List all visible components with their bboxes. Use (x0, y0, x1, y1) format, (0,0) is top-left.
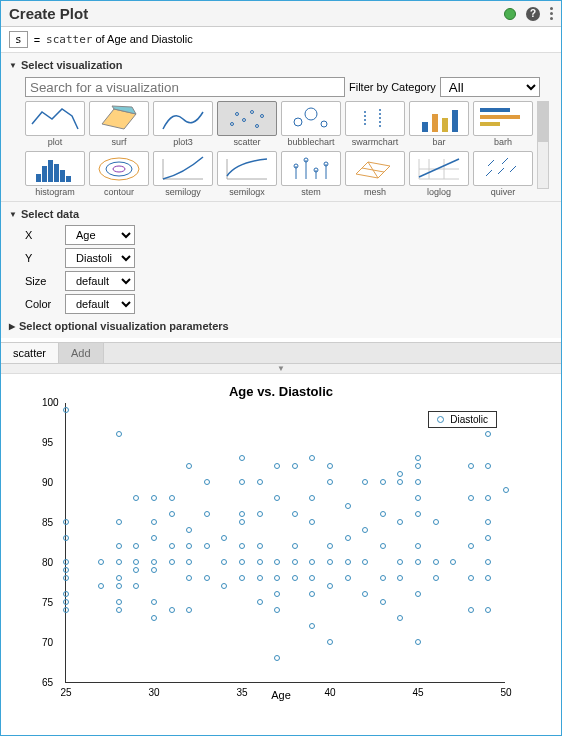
data-point (362, 527, 368, 533)
data-label-y: Y (25, 252, 57, 264)
data-point (63, 591, 69, 597)
select-visualization-header[interactable]: ▼ Select visualization (9, 57, 553, 73)
svg-line-55 (510, 166, 516, 172)
menu-icon[interactable] (550, 7, 553, 20)
data-point (274, 495, 280, 501)
data-point (63, 535, 69, 541)
data-point (169, 559, 175, 565)
data-point (274, 575, 280, 581)
viz-swarmchart[interactable]: swarmchart (345, 101, 405, 147)
viz-mesh[interactable]: mesh (345, 151, 405, 197)
svg-point-3 (236, 112, 239, 115)
svg-point-18 (379, 121, 381, 123)
data-point (274, 655, 280, 661)
data-point (468, 607, 474, 613)
data-point (450, 559, 456, 565)
data-point (362, 479, 368, 485)
viz-semilogy[interactable]: semilogy (153, 151, 213, 197)
data-point (309, 575, 315, 581)
y-tick: 85 (42, 517, 53, 528)
data-point (292, 463, 298, 469)
data-point (151, 495, 157, 501)
help-icon[interactable]: ? (526, 7, 540, 21)
collapse-handle[interactable]: ▼ (1, 364, 561, 374)
viz-barh[interactable]: barh (473, 101, 533, 147)
svg-point-8 (294, 118, 302, 126)
data-point (345, 503, 351, 509)
viz-surf[interactable]: surf (89, 101, 149, 147)
data-point (63, 575, 69, 581)
data-point (239, 543, 245, 549)
data-point (415, 543, 421, 549)
data-point (415, 559, 421, 565)
data-point (116, 543, 122, 549)
data-point (151, 567, 157, 573)
svg-point-16 (379, 113, 381, 115)
data-point (380, 575, 386, 581)
data-point (221, 559, 227, 565)
data-point (133, 543, 139, 549)
data-point (274, 559, 280, 565)
data-point (186, 527, 192, 533)
svg-rect-21 (432, 114, 438, 132)
viz-quiver[interactable]: quiver (473, 151, 533, 197)
data-point (98, 583, 104, 589)
svg-point-2 (231, 122, 234, 125)
data-point (204, 511, 210, 517)
data-point (116, 519, 122, 525)
y-tick: 70 (42, 637, 53, 648)
data-label-x: X (25, 229, 57, 241)
viz-histogram[interactable]: histogram (25, 151, 85, 197)
gallery-scrollbar[interactable] (537, 101, 549, 189)
output-variable[interactable]: s (9, 31, 28, 48)
data-point (485, 535, 491, 541)
viz-contour[interactable]: contour (89, 151, 149, 197)
data-label-color: Color (25, 298, 57, 310)
data-point (239, 519, 245, 525)
viz-semilogx[interactable]: semilogx (217, 151, 277, 197)
data-point (133, 559, 139, 565)
viz-bar[interactable]: bar (409, 101, 469, 147)
data-point (327, 543, 333, 549)
data-point (257, 511, 263, 517)
svg-line-56 (488, 160, 494, 166)
data-point (415, 639, 421, 645)
x-tick: 30 (148, 687, 159, 698)
viz-loglog[interactable]: loglog (409, 151, 469, 197)
viz-bubblechart[interactable]: bubblechart (281, 101, 341, 147)
filter-label: Filter by Category (349, 81, 436, 93)
svg-line-53 (486, 170, 492, 176)
select-data-header[interactable]: ▼ Select data (9, 206, 553, 222)
data-point (345, 559, 351, 565)
data-point (468, 463, 474, 469)
tab-scatter[interactable]: scatter (1, 343, 59, 363)
x-tick: 35 (236, 687, 247, 698)
data-point (485, 431, 491, 437)
data-point (169, 511, 175, 517)
search-visualization-input[interactable] (25, 77, 345, 97)
data-point (362, 591, 368, 597)
svg-point-17 (379, 117, 381, 119)
filter-category-select[interactable]: All (440, 77, 540, 97)
data-point (98, 559, 104, 565)
viz-stem[interactable]: stem (281, 151, 341, 197)
data-select-x[interactable]: Age (65, 225, 135, 245)
optional-params-header[interactable]: ▶ Select optional visualization paramete… (9, 318, 553, 334)
data-point (133, 567, 139, 573)
svg-rect-25 (480, 115, 520, 119)
data-point (485, 495, 491, 501)
viz-plot3[interactable]: plot3 (153, 101, 213, 147)
tab-add[interactable]: Add (59, 343, 104, 363)
data-select-color[interactable]: default (65, 294, 135, 314)
viz-plot[interactable]: plot (25, 101, 85, 147)
data-point (169, 495, 175, 501)
y-tick: 100 (42, 397, 59, 408)
data-select-y[interactable]: Diastolic (65, 248, 135, 268)
window-title: Create Plot (9, 5, 504, 22)
y-axis-label: Diastolic (0, 487, 3, 529)
data-point (169, 607, 175, 613)
legend[interactable]: Diastolic (428, 411, 497, 428)
viz-scatter[interactable]: scatter (217, 101, 277, 147)
data-point (221, 583, 227, 589)
data-select-size[interactable]: default (65, 271, 135, 291)
